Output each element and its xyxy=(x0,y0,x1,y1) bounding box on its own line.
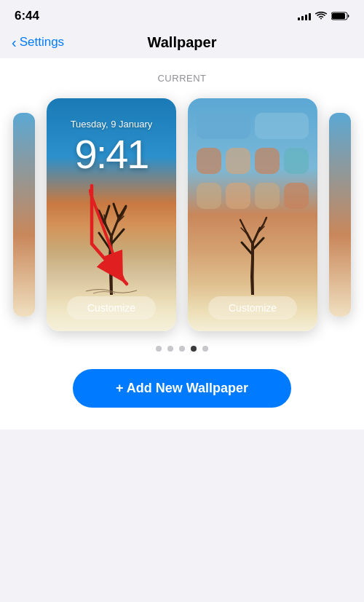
svg-rect-1 xyxy=(332,13,345,19)
main-content: CURRENT Tuesday, 9 January 9:41 xyxy=(0,58,364,429)
back-chevron-icon: ‹ xyxy=(12,35,17,49)
lock-screen-customize-button[interactable]: Customize xyxy=(67,296,156,320)
app-icon xyxy=(255,148,280,174)
home-screen-card[interactable]: Customize xyxy=(188,98,317,331)
home-screen-customize-button[interactable]: Customize xyxy=(208,296,297,320)
tree-icon xyxy=(79,178,144,295)
page-dot-5[interactable] xyxy=(202,346,208,352)
wallpaper-card-left-side[interactable] xyxy=(13,113,35,317)
page-dots xyxy=(0,346,364,352)
signal-icon xyxy=(298,12,311,20)
page-dot-2[interactable] xyxy=(167,346,173,352)
back-label: Settings xyxy=(20,35,64,49)
section-label: CURRENT xyxy=(0,73,364,84)
page-dot-1[interactable] xyxy=(156,346,162,352)
page-dot-4[interactable] xyxy=(191,346,197,352)
app-icon xyxy=(197,148,221,174)
app-icon xyxy=(226,148,250,174)
wallpaper-card-right-side[interactable] xyxy=(329,113,351,317)
page-title: Wallpaper xyxy=(148,34,217,51)
app-icon xyxy=(284,183,309,209)
wifi-icon xyxy=(315,12,327,20)
add-wallpaper-button[interactable]: + Add New Wallpaper xyxy=(73,369,291,408)
nav-bar: ‹ Settings Wallpaper xyxy=(0,29,364,58)
lock-date: Tuesday, 9 January xyxy=(47,119,176,130)
lock-screen-card[interactable]: Tuesday, 9 January 9:41 xyxy=(47,98,176,331)
home-tree-icon xyxy=(223,193,282,295)
app-icon xyxy=(255,113,309,139)
status-time: 6:44 xyxy=(15,9,39,23)
wallpaper-scroll-area: Tuesday, 9 January 9:41 xyxy=(0,98,364,331)
app-icon xyxy=(284,148,309,174)
lock-screen-background: Tuesday, 9 January 9:41 xyxy=(47,98,176,331)
page-dot-3[interactable] xyxy=(179,346,185,352)
lock-time: 9:41 xyxy=(47,130,176,178)
status-bar: 6:44 xyxy=(0,0,364,29)
app-icon xyxy=(197,183,221,209)
app-icon xyxy=(197,113,250,139)
home-screen-background: Customize xyxy=(188,98,317,331)
status-icons xyxy=(298,12,349,20)
back-button[interactable]: ‹ Settings xyxy=(12,35,64,49)
battery-icon xyxy=(331,12,349,20)
